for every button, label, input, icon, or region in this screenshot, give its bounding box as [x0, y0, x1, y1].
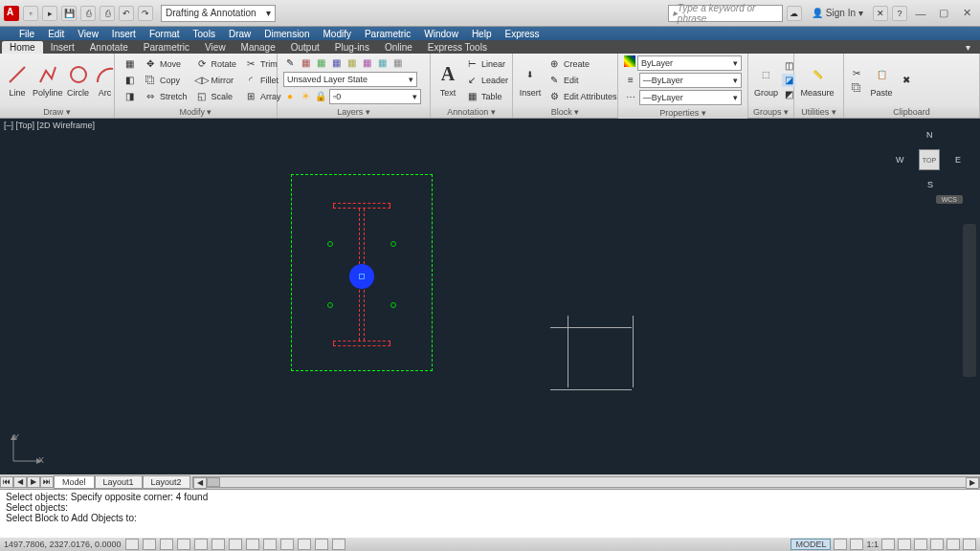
- menu-parametric[interactable]: Parametric: [365, 29, 411, 39]
- circle-button[interactable]: Circle: [67, 57, 90, 103]
- tab-express[interactable]: Express Tools: [420, 41, 495, 54]
- layer-bulb-icon[interactable]: ●: [283, 90, 297, 103]
- menu-view[interactable]: View: [78, 29, 99, 39]
- menu-edit[interactable]: Edit: [48, 29, 64, 39]
- tab-layout1[interactable]: Layout1: [95, 475, 143, 489]
- current-layer-dropdown[interactable]: ▫ 0▾: [329, 89, 421, 104]
- drawing-viewport[interactable]: [–] [Top] [2D Wireframe] TOP N S E W WCS…: [0, 119, 980, 474]
- menu-format[interactable]: Format: [149, 29, 180, 39]
- layer-c1-icon[interactable]: ▦: [299, 56, 312, 70]
- menu-window[interactable]: Window: [424, 29, 458, 39]
- sb-ducs-icon[interactable]: [246, 539, 259, 550]
- menu-dimension[interactable]: Dimension: [264, 29, 309, 39]
- panel-modify-title[interactable]: Modify ▾: [115, 106, 277, 118]
- sb-scale[interactable]: 1:1: [866, 540, 879, 549]
- panel-draw-title[interactable]: Draw ▾: [0, 106, 114, 118]
- panel-annotation-title[interactable]: Annotation ▾: [431, 106, 512, 118]
- misc-icon-1[interactable]: ▦: [121, 56, 138, 72]
- layer-c7-icon[interactable]: ▦: [390, 56, 404, 70]
- viewcube-s[interactable]: S: [927, 180, 933, 189]
- polyline-button[interactable]: Polyline: [33, 57, 63, 103]
- mirror-button[interactable]: ◁▷Mirror: [193, 73, 239, 88]
- create-button[interactable]: ⊕Create: [546, 56, 619, 72]
- close-button[interactable]: ✕: [957, 6, 976, 21]
- clip-x-icon[interactable]: ✖: [900, 74, 913, 87]
- text-button[interactable]: AText: [436, 57, 459, 103]
- new-icon[interactable]: ▫: [23, 6, 38, 21]
- layer-c6-icon[interactable]: ▦: [375, 56, 389, 70]
- panel-layers-title[interactable]: Layers ▾: [278, 106, 430, 118]
- navigation-bar[interactable]: [963, 224, 976, 377]
- maximize-button[interactable]: ▢: [934, 6, 953, 21]
- panel-properties-title[interactable]: Properties ▾: [618, 107, 747, 119]
- menu-draw[interactable]: Draw: [229, 29, 251, 39]
- panel-utilities-title[interactable]: Utilities ▾: [794, 106, 843, 118]
- color-dropdown[interactable]: ByLayer▾: [637, 55, 742, 71]
- undo-icon[interactable]: ↶: [119, 6, 134, 21]
- sb-r5-icon[interactable]: [914, 539, 927, 550]
- workspace-dropdown[interactable]: Drafting & Annotation▾: [161, 5, 276, 22]
- rotate-button[interactable]: ⟳Rotate: [193, 56, 239, 72]
- help-icon[interactable]: ?: [892, 6, 907, 21]
- insert-button[interactable]: ⬇Insert: [519, 57, 542, 103]
- tab-parametric[interactable]: Parametric: [136, 41, 197, 54]
- sb-r4-icon[interactable]: [898, 539, 911, 550]
- search-input[interactable]: ▸ Type a keyword or phrase: [668, 5, 783, 22]
- sb-otrack-icon[interactable]: [229, 539, 242, 550]
- stretch-button[interactable]: ⇔Stretch: [142, 89, 189, 104]
- menu-insert[interactable]: Insert: [112, 29, 136, 39]
- sb-r8-icon[interactable]: [963, 539, 976, 550]
- tab-manage[interactable]: Manage: [234, 41, 283, 54]
- paste-button[interactable]: 📋Paste: [867, 57, 896, 103]
- tab-output[interactable]: Output: [283, 41, 327, 54]
- sb-model-button[interactable]: MODEL: [791, 539, 831, 550]
- layer-c2-icon[interactable]: ▦: [314, 56, 327, 70]
- tab-home[interactable]: Home: [2, 41, 43, 54]
- lineweight-icon[interactable]: ≡: [624, 73, 637, 86]
- sb-sc-icon[interactable]: [332, 539, 345, 550]
- menu-help[interactable]: Help: [472, 29, 492, 39]
- tab-model[interactable]: Model: [54, 475, 95, 489]
- sb-tpy-icon[interactable]: [298, 539, 311, 550]
- sb-r7-icon[interactable]: [947, 539, 960, 550]
- menu-modify[interactable]: Modify: [323, 29, 351, 39]
- layer-c5-icon[interactable]: ▦: [360, 56, 373, 70]
- group-opt3-icon[interactable]: ◩: [782, 88, 795, 101]
- menu-express[interactable]: Express: [504, 29, 539, 39]
- sb-lwt-icon[interactable]: [280, 539, 294, 550]
- wcs-label[interactable]: WCS: [936, 195, 963, 204]
- linetype-icon[interactable]: ⋯: [624, 90, 637, 103]
- misc-icon-3[interactable]: ◨: [121, 89, 138, 104]
- viewport-label[interactable]: [–] [Top] [2D Wireframe]: [4, 121, 95, 130]
- sb-ortho-icon[interactable]: [160, 539, 173, 550]
- tab-online[interactable]: Online: [377, 41, 420, 54]
- edit-button[interactable]: ✎Edit: [546, 73, 619, 88]
- sb-r1-icon[interactable]: [834, 539, 847, 550]
- move-button[interactable]: ✥Move: [142, 56, 189, 72]
- redo-icon[interactable]: ↷: [138, 6, 153, 21]
- linear-button[interactable]: ⊢Linear: [463, 56, 510, 72]
- horizontal-scrollbar[interactable]: ◀▶: [192, 476, 980, 488]
- sb-grid-icon[interactable]: [143, 539, 156, 550]
- tab-first-icon[interactable]: ⏮: [0, 476, 13, 488]
- sb-snap-icon[interactable]: [125, 539, 139, 550]
- ribbon-minimize-icon[interactable]: ▾: [958, 41, 978, 54]
- measure-button[interactable]: 📏Measure: [800, 57, 835, 103]
- layer-sun-icon[interactable]: ☀: [299, 90, 312, 103]
- group-button[interactable]: ⬚Group: [754, 57, 778, 103]
- tab-layout2[interactable]: Layout2: [143, 475, 190, 489]
- layer-brush-icon[interactable]: ✎: [283, 56, 297, 70]
- layer-state-dropdown[interactable]: Unsaved Layer State▾: [283, 72, 417, 87]
- layer-c3-icon[interactable]: ▦: [329, 56, 343, 70]
- sb-qp-icon[interactable]: [315, 539, 328, 550]
- open-icon[interactable]: ▸: [42, 6, 57, 21]
- scale-button[interactable]: ◱Scale: [193, 89, 239, 104]
- viewcube[interactable]: TOP N S E W: [896, 126, 963, 193]
- panel-groups-title[interactable]: Groups ▾: [748, 106, 793, 118]
- line-button[interactable]: Line: [6, 57, 29, 103]
- sb-osnap-icon[interactable]: [194, 539, 208, 550]
- copy-clip-icon[interactable]: ⿻: [850, 80, 863, 94]
- menu-tools[interactable]: Tools: [193, 29, 215, 39]
- tab-next-icon[interactable]: ▶: [27, 476, 40, 488]
- sb-dyn-icon[interactable]: [263, 539, 277, 550]
